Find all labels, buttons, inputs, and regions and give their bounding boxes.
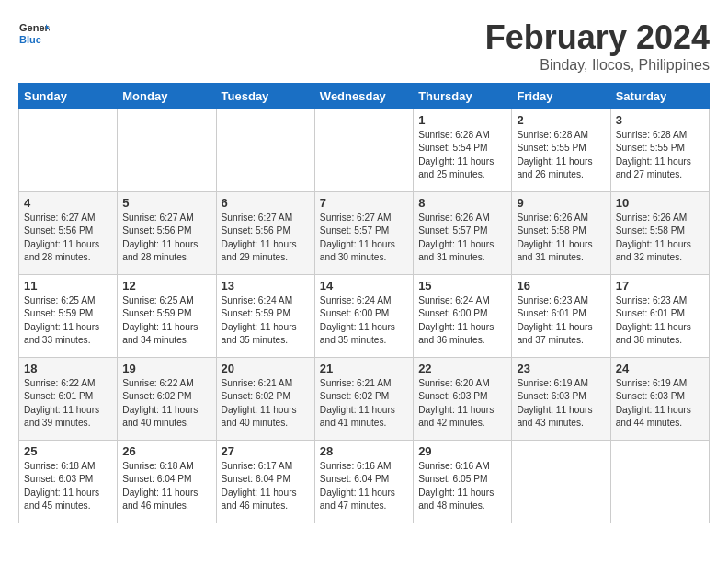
day-info: Sunrise: 6:28 AMSunset: 5:55 PMDaylight:…: [616, 130, 691, 179]
day-number: 11: [24, 279, 112, 293]
day-info: Sunrise: 6:24 AMSunset: 5:59 PMDaylight:…: [222, 295, 297, 345]
calendar-cell: 11Sunrise: 6:25 AMSunset: 5:59 PMDayligh…: [19, 275, 118, 358]
day-header-monday: Monday: [118, 84, 216, 109]
day-number: 1: [418, 113, 506, 127]
calendar-cell: [610, 441, 709, 523]
day-number: 16: [517, 279, 605, 293]
calendar-week-row: 11Sunrise: 6:25 AMSunset: 5:59 PMDayligh…: [19, 275, 710, 358]
calendar-cell: 13Sunrise: 6:24 AMSunset: 5:59 PMDayligh…: [216, 275, 314, 358]
calendar-cell: 22Sunrise: 6:20 AMSunset: 6:03 PMDayligh…: [414, 358, 512, 441]
day-number: 4: [24, 196, 112, 210]
calendar-cell: 12Sunrise: 6:25 AMSunset: 5:59 PMDayligh…: [118, 275, 216, 358]
day-number: 29: [418, 444, 506, 458]
day-info: Sunrise: 6:23 AMSunset: 6:01 PMDaylight:…: [517, 295, 592, 345]
calendar-cell: 24Sunrise: 6:19 AMSunset: 6:03 PMDayligh…: [610, 358, 709, 441]
calendar-cell: 29Sunrise: 6:16 AMSunset: 6:05 PMDayligh…: [414, 441, 512, 523]
calendar-cell: 2Sunrise: 6:28 AMSunset: 5:55 PMDaylight…: [512, 109, 610, 192]
calendar-cell: 17Sunrise: 6:23 AMSunset: 6:01 PMDayligh…: [610, 275, 709, 358]
calendar-header-row: SundayMondayTuesdayWednesdayThursdayFrid…: [19, 84, 710, 109]
day-info: Sunrise: 6:28 AMSunset: 5:54 PMDaylight:…: [418, 130, 494, 179]
day-number: 14: [320, 279, 408, 293]
day-info: Sunrise: 6:20 AMSunset: 6:03 PMDaylight:…: [418, 378, 494, 428]
day-info: Sunrise: 6:25 AMSunset: 5:59 PMDaylight:…: [122, 295, 198, 345]
day-info: Sunrise: 6:28 AMSunset: 5:55 PMDaylight:…: [517, 130, 592, 179]
day-number: 27: [222, 444, 310, 458]
day-number: 2: [517, 113, 605, 127]
day-number: 23: [517, 362, 605, 375]
day-number: 18: [24, 362, 112, 375]
day-info: Sunrise: 6:16 AMSunset: 6:04 PMDaylight:…: [320, 461, 395, 511]
day-number: 10: [616, 196, 704, 210]
calendar-week-row: 25Sunrise: 6:18 AMSunset: 6:03 PMDayligh…: [19, 441, 710, 523]
day-info: Sunrise: 6:21 AMSunset: 6:02 PMDaylight:…: [222, 378, 297, 428]
day-info: Sunrise: 6:18 AMSunset: 6:03 PMDaylight:…: [24, 461, 99, 511]
calendar-cell: 26Sunrise: 6:18 AMSunset: 6:04 PMDayligh…: [118, 441, 216, 523]
day-info: Sunrise: 6:27 AMSunset: 5:57 PMDaylight:…: [320, 213, 395, 262]
calendar-cell: 16Sunrise: 6:23 AMSunset: 6:01 PMDayligh…: [512, 275, 610, 358]
day-info: Sunrise: 6:21 AMSunset: 6:02 PMDaylight:…: [320, 378, 395, 428]
calendar-cell: 3Sunrise: 6:28 AMSunset: 5:55 PMDaylight…: [610, 109, 709, 192]
day-number: 15: [418, 279, 506, 293]
calendar-table: SundayMondayTuesdayWednesdayThursdayFrid…: [18, 83, 710, 523]
svg-text:Blue: Blue: [19, 34, 41, 45]
calendar-cell: 9Sunrise: 6:26 AMSunset: 5:58 PMDaylight…: [512, 192, 610, 275]
day-number: 6: [222, 196, 310, 210]
day-number: 28: [320, 444, 408, 458]
calendar-week-row: 4Sunrise: 6:27 AMSunset: 5:56 PMDaylight…: [19, 192, 710, 275]
day-info: Sunrise: 6:26 AMSunset: 5:58 PMDaylight:…: [616, 213, 691, 262]
calendar-cell: [216, 109, 314, 192]
day-info: Sunrise: 6:26 AMSunset: 5:58 PMDaylight:…: [517, 213, 592, 262]
page-header: General Blue February 2024 Binday, Iloco…: [18, 18, 710, 74]
day-info: Sunrise: 6:27 AMSunset: 5:56 PMDaylight:…: [122, 213, 198, 262]
calendar-cell: 1Sunrise: 6:28 AMSunset: 5:54 PMDaylight…: [414, 109, 512, 192]
day-info: Sunrise: 6:23 AMSunset: 6:01 PMDaylight:…: [616, 295, 691, 345]
day-number: 12: [122, 279, 210, 293]
logo-icon: General Blue: [18, 18, 50, 50]
day-number: 22: [418, 362, 506, 375]
calendar-body: 1Sunrise: 6:28 AMSunset: 5:54 PMDaylight…: [19, 109, 710, 523]
calendar-cell: 14Sunrise: 6:24 AMSunset: 6:00 PMDayligh…: [314, 275, 413, 358]
day-number: 8: [418, 196, 506, 210]
day-number: 26: [122, 444, 210, 458]
calendar-cell: 19Sunrise: 6:22 AMSunset: 6:02 PMDayligh…: [118, 358, 216, 441]
day-info: Sunrise: 6:27 AMSunset: 5:56 PMDaylight:…: [222, 213, 297, 262]
day-info: Sunrise: 6:26 AMSunset: 5:57 PMDaylight:…: [418, 213, 494, 262]
day-header-thursday: Thursday: [414, 84, 512, 109]
calendar-cell: [118, 109, 216, 192]
day-info: Sunrise: 6:24 AMSunset: 6:00 PMDaylight:…: [418, 295, 494, 345]
calendar-cell: 6Sunrise: 6:27 AMSunset: 5:56 PMDaylight…: [216, 192, 314, 275]
day-info: Sunrise: 6:19 AMSunset: 6:03 PMDaylight:…: [517, 378, 592, 428]
calendar-cell: 25Sunrise: 6:18 AMSunset: 6:03 PMDayligh…: [19, 441, 118, 523]
calendar-week-row: 1Sunrise: 6:28 AMSunset: 5:54 PMDaylight…: [19, 109, 710, 192]
day-number: 5: [122, 196, 210, 210]
day-info: Sunrise: 6:27 AMSunset: 5:56 PMDaylight:…: [24, 213, 99, 262]
svg-text:General: General: [19, 22, 50, 33]
calendar-cell: 21Sunrise: 6:21 AMSunset: 6:02 PMDayligh…: [314, 358, 413, 441]
calendar-cell: 23Sunrise: 6:19 AMSunset: 6:03 PMDayligh…: [512, 358, 610, 441]
day-info: Sunrise: 6:22 AMSunset: 6:02 PMDaylight:…: [122, 378, 198, 428]
calendar-cell: [512, 441, 610, 523]
calendar-cell: [19, 109, 118, 192]
day-info: Sunrise: 6:24 AMSunset: 6:00 PMDaylight:…: [320, 295, 395, 345]
day-number: 25: [24, 444, 112, 458]
day-header-saturday: Saturday: [610, 84, 709, 109]
logo: General Blue: [18, 18, 50, 50]
day-header-friday: Friday: [512, 84, 610, 109]
calendar-subtitle: Binday, Ilocos, Philippines: [485, 57, 710, 74]
day-header-wednesday: Wednesday: [314, 84, 413, 109]
calendar-cell: 20Sunrise: 6:21 AMSunset: 6:02 PMDayligh…: [216, 358, 314, 441]
day-info: Sunrise: 6:22 AMSunset: 6:01 PMDaylight:…: [24, 378, 99, 428]
calendar-week-row: 18Sunrise: 6:22 AMSunset: 6:01 PMDayligh…: [19, 358, 710, 441]
calendar-cell: 10Sunrise: 6:26 AMSunset: 5:58 PMDayligh…: [610, 192, 709, 275]
day-number: 3: [616, 113, 704, 127]
calendar-cell: [314, 109, 413, 192]
calendar-cell: 5Sunrise: 6:27 AMSunset: 5:56 PMDaylight…: [118, 192, 216, 275]
day-number: 17: [616, 279, 704, 293]
day-number: 9: [517, 196, 605, 210]
day-number: 19: [122, 362, 210, 375]
calendar-cell: 8Sunrise: 6:26 AMSunset: 5:57 PMDaylight…: [414, 192, 512, 275]
title-area: February 2024 Binday, Ilocos, Philippine…: [485, 18, 710, 74]
day-header-sunday: Sunday: [19, 84, 118, 109]
day-number: 7: [320, 196, 408, 210]
calendar-cell: 7Sunrise: 6:27 AMSunset: 5:57 PMDaylight…: [314, 192, 413, 275]
